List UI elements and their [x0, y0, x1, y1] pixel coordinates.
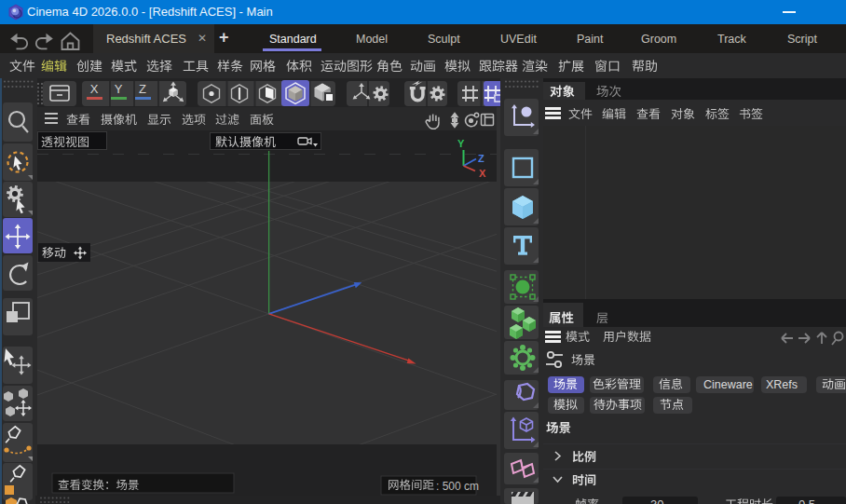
svg-text:Z: Z [478, 153, 484, 164]
svg-text:Z: Z [139, 82, 146, 96]
svg-text:X: X [90, 82, 99, 96]
svg-text:X: X [479, 168, 486, 179]
svg-text:Y: Y [457, 138, 465, 149]
svg-text:Y: Y [115, 82, 123, 96]
